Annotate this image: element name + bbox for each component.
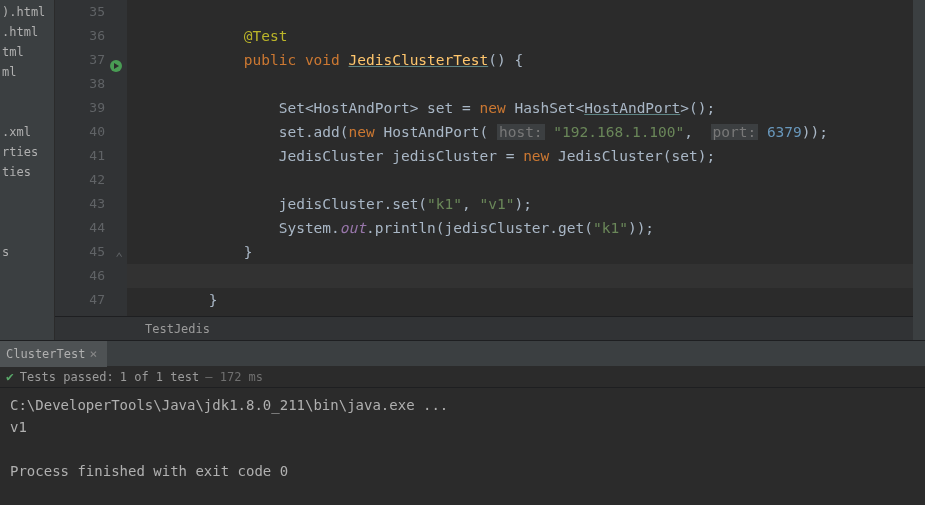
close-icon[interactable]: × — [89, 341, 97, 367]
code-line[interactable]: } — [139, 288, 925, 312]
project-tree-sidebar[interactable]: ).html.htmltmlml.xmlrtiestiess — [0, 0, 55, 340]
line-number[interactable]: 43 — [55, 192, 105, 216]
file-tree-item[interactable]: ml — [0, 62, 54, 82]
code-content[interactable]: @Test public void JedisClusterTest() { S… — [127, 0, 925, 316]
test-status-bar: ✔ Tests passed: 1 of 1 test – 172 ms — [0, 366, 925, 388]
code-line[interactable]: } — [139, 240, 925, 264]
line-number[interactable]: 42 — [55, 168, 105, 192]
file-tree-item[interactable]: rties — [0, 142, 54, 162]
line-number[interactable]: 37 — [55, 48, 105, 72]
line-number[interactable]: 47 — [55, 288, 105, 312]
file-tree-item[interactable]: .xml — [0, 122, 54, 142]
line-number-gutter[interactable]: 3536373839404142434445⌃464748 — [55, 0, 127, 316]
file-tree-item[interactable] — [0, 82, 54, 102]
line-number[interactable]: 48 — [55, 312, 105, 316]
line-number[interactable]: 38 — [55, 72, 105, 96]
code-line[interactable] — [139, 0, 925, 24]
code-line[interactable]: JedisCluster jedisCluster = new JedisClu… — [139, 144, 925, 168]
breadcrumb-item[interactable]: TestJedis — [145, 322, 210, 336]
code-line[interactable]: System.out.println(jedisCluster.get("k1"… — [139, 216, 925, 240]
file-tree-item[interactable] — [0, 182, 54, 202]
file-tree-item[interactable] — [0, 202, 54, 222]
test-status-count: 1 of 1 test — [120, 370, 199, 384]
line-number[interactable]: 39 — [55, 96, 105, 120]
code-line[interactable] — [139, 168, 925, 192]
test-pass-icon: ✔ — [6, 369, 14, 384]
breadcrumb-bar[interactable]: TestJedis — [55, 316, 925, 340]
line-number[interactable]: 41 — [55, 144, 105, 168]
test-status-time: – 172 ms — [205, 370, 263, 384]
file-tree-item[interactable]: s — [0, 242, 54, 262]
run-config-tab[interactable]: ClusterTest × — [0, 341, 107, 367]
code-line[interactable] — [139, 312, 925, 316]
file-tree-item[interactable]: tml — [0, 42, 54, 62]
test-status-prefix: Tests passed: — [20, 370, 114, 384]
line-number[interactable]: 36 — [55, 24, 105, 48]
run-tool-tab-bar: ClusterTest × — [0, 340, 925, 366]
file-tree-item[interactable] — [0, 222, 54, 242]
code-line[interactable]: @Test — [139, 24, 925, 48]
run-tab-label: ClusterTest — [6, 341, 85, 367]
line-number[interactable]: 44 — [55, 216, 105, 240]
file-tree-item[interactable] — [0, 102, 54, 122]
code-line[interactable]: set.add(new HostAndPort( host: "192.168.… — [139, 120, 925, 144]
line-number[interactable]: 40 — [55, 120, 105, 144]
code-line[interactable]: jedisCluster.set("k1", "v1"); — [139, 192, 925, 216]
code-line[interactable] — [139, 72, 925, 96]
fold-icon[interactable]: ⌃ — [113, 246, 123, 256]
editor-scrollbar[interactable] — [913, 0, 925, 340]
console-output[interactable]: C:\DeveloperTools\Java\jdk1.8.0_211\bin\… — [0, 388, 925, 488]
line-number[interactable]: 35 — [55, 0, 105, 24]
code-line[interactable]: public void JedisClusterTest() { — [139, 48, 925, 72]
code-editor[interactable]: 3536373839404142434445⌃464748 @Test publ… — [55, 0, 925, 340]
line-number[interactable]: 46 — [55, 264, 105, 288]
file-tree-item[interactable]: .html — [0, 22, 54, 42]
line-number[interactable]: 45⌃ — [55, 240, 105, 264]
file-tree-item[interactable]: ties — [0, 162, 54, 182]
code-line[interactable]: Set<HostAndPort> set = new HashSet<HostA… — [139, 96, 925, 120]
run-test-icon[interactable] — [109, 53, 123, 67]
file-tree-item[interactable]: ).html — [0, 2, 54, 22]
